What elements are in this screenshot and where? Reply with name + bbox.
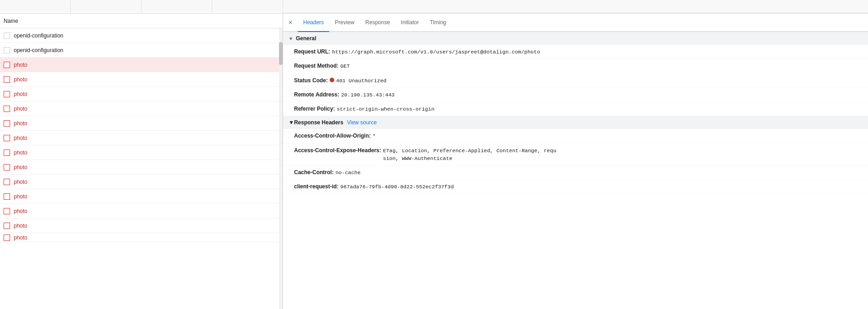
tab-initiator[interactable]: Initiator: [395, 14, 424, 32]
headers-content: ▼ General Request URL: https://graph.mic…: [283, 32, 868, 309]
triangle-icon: ▼: [289, 36, 293, 41]
view-source-link[interactable]: View source: [347, 119, 377, 126]
list-item[interactable]: openid-configuration: [0, 28, 283, 43]
list-item[interactable]: photo: [0, 160, 283, 175]
item-checkbox[interactable]: [4, 164, 10, 170]
tab-headers-label: Headers: [303, 19, 324, 26]
access-control-allow-origin-row: Access-Control-Allow-Origin: *: [283, 129, 868, 143]
list-item[interactable]: photo: [0, 233, 283, 242]
list-item[interactable]: photo: [0, 72, 283, 87]
request-url-value: https://graph.microsoft.com/v1.0/users/j…: [332, 48, 540, 56]
list-item[interactable]: photo: [0, 145, 283, 160]
item-checkbox[interactable]: [4, 91, 10, 97]
item-name: photo: [14, 149, 27, 156]
devtools-layout: Name openid-configuration openid-configu…: [0, 0, 868, 309]
item-name: photo: [14, 91, 27, 97]
list-item[interactable]: photo: [0, 87, 283, 101]
response-headers-title: Response Headers: [294, 119, 343, 126]
item-name: photo: [14, 135, 27, 141]
item-checkbox[interactable]: [4, 62, 10, 68]
tab-timing[interactable]: Timing: [424, 14, 452, 32]
remote-address-label: Remote Address:: [294, 91, 339, 99]
column-header-bar: [0, 0, 868, 14]
item-name: photo: [14, 106, 27, 112]
status-code-label: Status Code:: [294, 76, 328, 85]
item-checkbox[interactable]: [4, 149, 10, 156]
request-url-label: Request URL:: [294, 48, 330, 56]
item-checkbox[interactable]: [4, 106, 10, 112]
status-code-row: Status Code: 401 Unauthorized: [283, 74, 868, 88]
list-item-selected[interactable]: photo: [0, 58, 283, 72]
list-item[interactable]: photo: [0, 175, 283, 189]
tab-timing-label: Timing: [430, 19, 446, 26]
access-control-expose-headers-row: Access-Control-Expose-Headers: ETag, Loc…: [283, 144, 868, 166]
item-name: photo: [14, 223, 27, 229]
item-checkbox[interactable]: [4, 47, 10, 53]
referrer-policy-label: Referrer Policy:: [294, 105, 335, 113]
access-control-allow-origin-value: *: [373, 132, 376, 140]
item-checkbox[interactable]: [4, 135, 10, 141]
tabs-bar: × Headers Preview Response Initiator Tim…: [283, 14, 868, 32]
item-checkbox[interactable]: [4, 32, 10, 39]
client-request-id-value: 967ada76-79fb-4d90-8d22-552ec2f37f3d: [340, 183, 453, 191]
list-item[interactable]: openid-configuration: [0, 43, 283, 58]
network-request-list[interactable]: openid-configuration openid-configuratio…: [0, 28, 283, 309]
item-name: photo: [14, 120, 27, 127]
list-item[interactable]: photo: [0, 204, 283, 218]
item-name: openid-configuration: [14, 32, 63, 39]
item-checkbox[interactable]: [4, 120, 10, 127]
list-item[interactable]: photo: [0, 101, 283, 116]
item-name: photo: [14, 62, 27, 68]
general-section-header[interactable]: ▼ General: [283, 32, 868, 45]
tab-response-label: Response: [365, 19, 390, 26]
client-request-id-row: client-request-id: 967ada76-79fb-4d90-8d…: [283, 180, 868, 194]
tab-preview[interactable]: Preview: [329, 14, 360, 32]
close-panel-button[interactable]: ×: [285, 17, 296, 28]
item-checkbox[interactable]: [4, 234, 10, 241]
col-cell-3: [142, 0, 212, 14]
status-code-value: 401 Unauthorized: [336, 77, 386, 85]
remote-address-row: Remote Address: 20.190.135.43:443: [283, 88, 868, 102]
cache-control-label: Cache-Control:: [294, 168, 334, 176]
response-headers-section-header[interactable]: ▼ Response Headers View source: [283, 116, 868, 129]
scrollbar-thumb[interactable]: [279, 42, 283, 65]
tab-response[interactable]: Response: [360, 14, 395, 32]
cache-control-value: no-cache: [336, 169, 361, 176]
tab-headers[interactable]: Headers: [298, 14, 329, 32]
request-method-value: GET: [340, 62, 350, 70]
tab-initiator-label: Initiator: [401, 19, 419, 26]
tab-preview-label: Preview: [335, 19, 354, 26]
access-control-expose-headers-value: ETag, Location, Preference-Applied, Cont…: [383, 147, 557, 163]
list-item[interactable]: photo: [0, 189, 283, 204]
item-name: photo: [14, 179, 27, 185]
close-icon: ×: [289, 19, 292, 26]
status-dot-icon: [330, 78, 334, 82]
col-cell-1: [0, 0, 71, 14]
scrollbar-track[interactable]: [279, 28, 283, 309]
request-detail-panel: × Headers Preview Response Initiator Tim…: [283, 14, 868, 309]
col-cell-4: [212, 0, 283, 14]
main-content: Name openid-configuration openid-configu…: [0, 14, 868, 309]
referrer-policy-row: Referrer Policy: strict-origin-when-cros…: [283, 102, 868, 116]
item-checkbox[interactable]: [4, 223, 10, 229]
access-control-expose-headers-label: Access-Control-Expose-Headers:: [294, 146, 381, 154]
cache-control-row: Cache-Control: no-cache: [283, 165, 868, 180]
list-item[interactable]: photo: [0, 218, 283, 233]
general-section-title: General: [296, 35, 316, 42]
request-method-label: Request Method:: [294, 62, 338, 70]
remote-address-value: 20.190.135.43:443: [341, 91, 395, 99]
triangle-icon: ▼: [289, 119, 294, 126]
access-control-allow-origin-label: Access-Control-Allow-Origin:: [294, 132, 371, 140]
item-checkbox[interactable]: [4, 208, 10, 214]
referrer-policy-value: strict-origin-when-cross-origin: [337, 105, 434, 113]
item-checkbox[interactable]: [4, 76, 10, 83]
item-checkbox[interactable]: [4, 193, 10, 200]
item-name: photo: [14, 208, 27, 214]
item-name: photo: [14, 193, 27, 200]
request-method-row: Request Method: GET: [283, 59, 868, 73]
item-name: photo: [14, 164, 27, 170]
item-checkbox[interactable]: [4, 179, 10, 185]
item-name: photo: [14, 234, 27, 241]
list-item[interactable]: photo: [0, 116, 283, 131]
list-item[interactable]: photo: [0, 131, 283, 145]
